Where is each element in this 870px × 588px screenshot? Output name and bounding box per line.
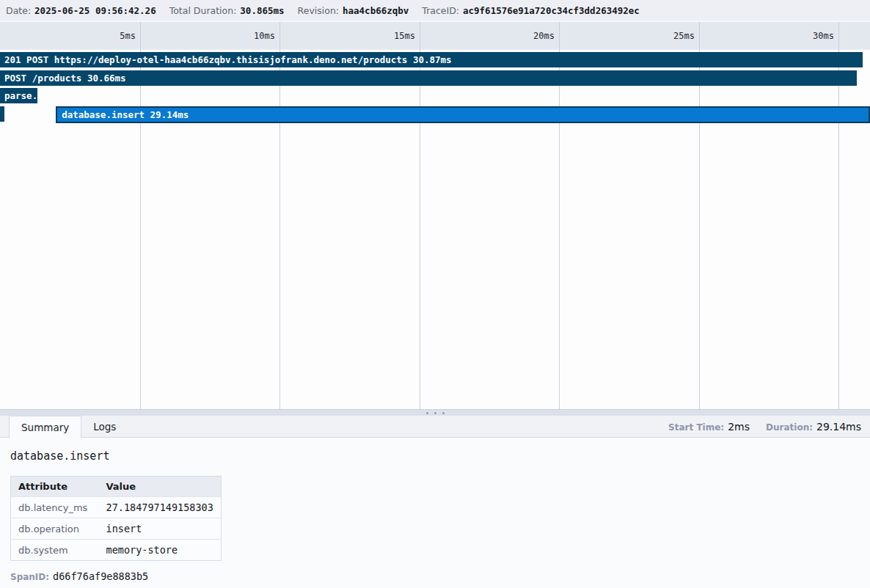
duration-label: Duration:: [766, 422, 813, 433]
drag-handle-dot: [442, 412, 445, 414]
tab-logs[interactable]: Logs: [81, 416, 128, 437]
timeline-tick-label: 30ms: [805, 31, 834, 41]
start-time-stat: Start Time: 2ms: [668, 421, 750, 433]
attribute-name-cell: db.operation: [11, 518, 99, 540]
span-id-value: d66f76af9e8883b5: [53, 570, 148, 582]
trace-span-bar[interactable]: 201 POST https://deploy-otel-haa4cb66zqb…: [0, 52, 863, 67]
tab-summary[interactable]: Summary: [9, 416, 81, 438]
total-duration-value: 30.865ms: [240, 5, 284, 16]
span-id-label: SpanID:: [10, 572, 49, 582]
trace-header-bar: Date: 2025-06-25 09:56:42.26 Total Durat…: [0, 0, 870, 22]
attribute-table-row: db.latency_ms27.184797149158303: [11, 497, 222, 518]
drag-handle-dot: [426, 412, 428, 414]
span-timing-stats: Start Time: 2ms Duration: 29.14ms: [668, 416, 870, 437]
revision-label: Revision:: [298, 5, 339, 16]
total-duration-field: Total Duration: 30.865ms: [169, 5, 285, 16]
value-column-header: Value: [99, 477, 222, 497]
span-id-line: SpanID: d66f76af9e8883b5: [10, 570, 860, 582]
attribute-table-header-row: Attribute Value: [11, 477, 222, 497]
trace-span-bar[interactable]: database.insert 29.14ms: [56, 106, 870, 123]
attribute-table-row: db.operationinsert: [11, 518, 222, 540]
attribute-value-cell: memory-store: [99, 540, 222, 561]
revision-value: haa4cb66zqbv: [343, 5, 409, 16]
selected-span-title: database.insert: [10, 449, 860, 463]
trace-span-bar[interactable]: POST /products 30.66ms: [0, 70, 857, 86]
start-time-value: 2ms: [728, 421, 750, 433]
revision-field: Revision: haa4cb66zqbv: [298, 5, 409, 16]
trace-waterfall: 5ms10ms15ms20ms25ms30ms 201 POST https:/…: [0, 22, 870, 409]
timeline-tick-label: 15ms: [386, 31, 415, 41]
attribute-column-header: Attribute: [11, 477, 99, 497]
timeline-tick-label: 25ms: [665, 31, 695, 41]
trace-id-field: TraceID: ac9f61576e91a720c34cf3dd263492e…: [422, 5, 640, 16]
total-duration-label: Total Duration:: [169, 5, 237, 16]
timeline-tick-label: 20ms: [525, 31, 555, 41]
attribute-value-cell: insert: [99, 518, 222, 540]
attribute-name-cell: db.system: [11, 540, 99, 561]
trace-id-label: TraceID:: [422, 5, 459, 16]
attribute-table: Attribute Value db.latency_ms27.18479714…: [10, 476, 222, 561]
attribute-value-cell: 27.184797149158303: [99, 497, 222, 518]
start-time-label: Start Time:: [668, 422, 724, 433]
detail-tab-bar: Summary Logs Start Time: 2ms Duration: 2…: [0, 416, 870, 438]
date-label: Date:: [6, 5, 31, 16]
date-value: 2025-06-25 09:56:42.26: [34, 5, 156, 16]
attribute-table-row: db.systemmemory-store: [11, 540, 222, 561]
trace-span-bar[interactable]: parse.: [0, 88, 37, 103]
trace-id-value: ac9f61576e91a720c34cf3dd263492ec: [463, 5, 640, 16]
duration-value: 29.14ms: [816, 421, 861, 433]
summary-panel: database.insert Attribute Value db.laten…: [0, 438, 870, 588]
drag-handle-dot: [434, 412, 436, 414]
panel-resize-handle[interactable]: [0, 409, 870, 416]
trace-span-bar[interactable]: [0, 106, 4, 122]
attribute-name-cell: db.latency_ms: [11, 497, 99, 518]
timeline-tick-label: 5ms: [106, 31, 136, 41]
date-field: Date: 2025-06-25 09:56:42.26: [6, 5, 156, 16]
timeline-tick-label: 10ms: [246, 31, 275, 41]
duration-stat: Duration: 29.14ms: [766, 421, 861, 433]
